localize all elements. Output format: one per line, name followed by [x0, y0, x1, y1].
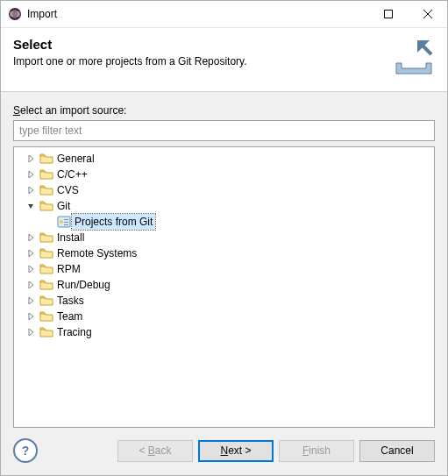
wizard-content: Select an import source: GeneralC/C++CVS… [1, 92, 447, 428]
folder-icon [39, 152, 54, 166]
svg-point-9 [60, 220, 63, 224]
finish-button[interactable]: Finish [279, 440, 354, 462]
close-button[interactable] [408, 1, 447, 27]
tree-item-label: Projects from Git [72, 214, 155, 230]
folder-icon [39, 325, 54, 339]
tree-item[interactable]: Remote Systems [16, 245, 432, 261]
banner-text: Select Import one or more projects from … [13, 37, 386, 67]
chevron-right-icon[interactable] [23, 265, 39, 274]
svg-rect-12 [64, 224, 68, 225]
folder-icon [39, 278, 54, 292]
svg-rect-5 [384, 11, 392, 18]
chevron-right-icon[interactable] [23, 249, 39, 258]
folder-icon [39, 231, 54, 245]
tree-item-label: Tracing [54, 324, 95, 340]
import-icon [393, 37, 435, 79]
tree-item-label: Run/Debug [54, 277, 113, 293]
tree-item[interactable]: Tracing [16, 324, 432, 340]
tree-item[interactable]: RPM [16, 261, 432, 277]
folder-icon [39, 167, 54, 181]
tree-item-label: CVS [54, 182, 82, 198]
titlebar: Import [1, 1, 447, 28]
eclipse-icon [8, 7, 22, 21]
wizard-banner: Select Import one or more projects from … [1, 28, 447, 92]
tree-item[interactable]: Tasks [16, 293, 432, 309]
banner-title: Select [13, 37, 386, 52]
chevron-right-icon[interactable] [23, 233, 39, 242]
tree-item[interactable]: Run/Debug [16, 277, 432, 293]
folder-icon [39, 294, 54, 308]
svg-rect-10 [64, 219, 68, 220]
filter-input[interactable] [13, 120, 435, 141]
chevron-right-icon[interactable] [23, 312, 39, 321]
tree-item[interactable]: Team [16, 309, 432, 324]
folder-icon [39, 183, 54, 197]
tree-item-label: RPM [54, 261, 83, 277]
tree-item-label: General [54, 151, 97, 167]
chevron-right-icon[interactable] [23, 328, 39, 337]
chevron-right-icon[interactable] [23, 186, 39, 195]
tree-item-label: Install [54, 230, 87, 245]
wizard-icon [56, 215, 72, 229]
help-button[interactable]: ? [13, 438, 38, 463]
button-bar: ? < Back Next > Finish Cancel [1, 428, 447, 475]
tree-item-label: Git [54, 198, 73, 214]
import-dialog: Import Select Import one or more project… [0, 0, 448, 476]
select-source-label: Select an import source: [13, 104, 435, 117]
next-button[interactable]: Next > [198, 440, 274, 462]
chevron-right-icon[interactable] [23, 296, 39, 305]
banner-description: Import one or more projects from a Git R… [13, 55, 386, 67]
chevron-down-icon[interactable] [23, 202, 39, 210]
chevron-right-icon[interactable] [23, 154, 39, 163]
folder-icon [39, 309, 54, 323]
tree-item[interactable]: C/C++ [16, 167, 432, 182]
tree-item[interactable]: Install [16, 230, 432, 245]
tree-item-label: Team [54, 309, 85, 324]
tree-item-label: Tasks [54, 293, 87, 309]
folder-icon [39, 199, 54, 213]
folder-icon [39, 246, 54, 260]
tree-item[interactable]: Projects from Git [16, 214, 432, 230]
chevron-right-icon[interactable] [23, 170, 39, 179]
tree-item-label: Remote Systems [54, 245, 139, 261]
import-source-tree[interactable]: GeneralC/C++CVSGitProjects from GitInsta… [13, 146, 435, 428]
tree-item[interactable]: Git [16, 198, 432, 214]
tree-item-label: C/C++ [54, 167, 90, 182]
folder-icon [39, 262, 54, 276]
window-title: Import [27, 8, 368, 20]
back-button[interactable]: < Back [117, 440, 193, 462]
cancel-button[interactable]: Cancel [359, 440, 435, 462]
maximize-button[interactable] [368, 1, 408, 27]
tree-item[interactable]: CVS [16, 182, 432, 198]
chevron-right-icon[interactable] [23, 281, 39, 289]
svg-rect-11 [64, 222, 68, 223]
tree-item[interactable]: General [16, 151, 432, 167]
